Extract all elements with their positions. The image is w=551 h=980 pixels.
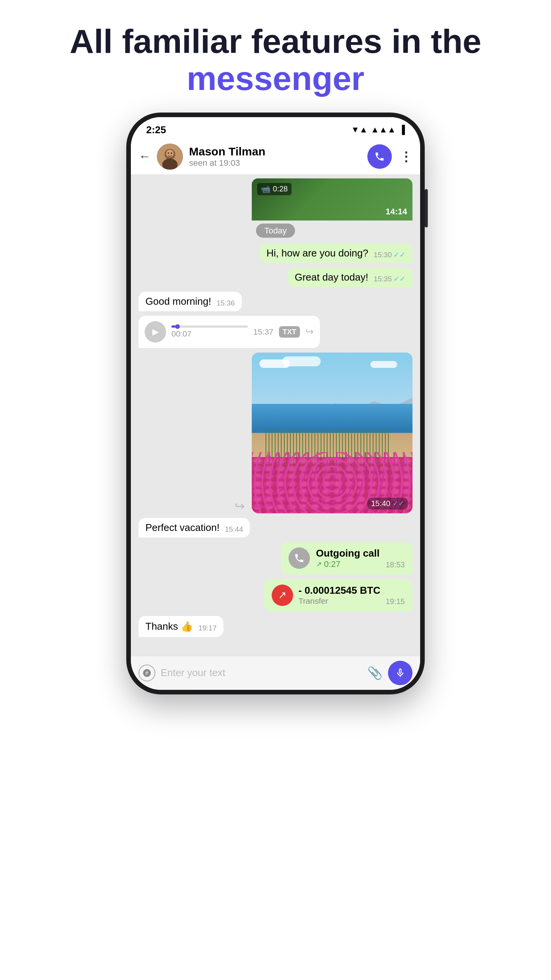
bubble-time-vacation: 15:44 — [225, 525, 243, 534]
image-time: 15:40 — [371, 499, 390, 508]
bubble-sent-2: Great day today! 15:35 ✓✓ — [288, 268, 412, 287]
btc-bubble: ↗ - 0.00012545 BTC Transfer 19:15 — [264, 579, 412, 611]
share-icon-left[interactable]: ↪ — [235, 499, 245, 513]
phone-side-button — [425, 189, 428, 227]
call-button[interactable] — [367, 144, 392, 169]
thanks-time: 19:17 — [199, 624, 217, 632]
thanks-text: Thanks 👍 — [145, 621, 193, 632]
btc-info: - 0.00012545 BTC Transfer — [298, 585, 380, 606]
share-icon[interactable]: ↪ — [305, 326, 314, 338]
status-icons: ▼▲ ▲▲▲ ▐ — [351, 125, 405, 135]
contact-info: Mason Tilman seen at 19:03 — [189, 145, 361, 168]
bubble-content-1: Hi, how are you doing? 15:30 ✓✓ — [267, 247, 406, 259]
message-row-call: Outgoing call ↗ 0:27 18:53 — [139, 542, 412, 575]
call-duration-val: 0:27 — [324, 559, 341, 569]
contact-name: Mason Tilman — [189, 145, 361, 158]
txt-badge[interactable]: TXT — [279, 326, 300, 338]
video-icon: 📹 0:28 — [257, 183, 292, 195]
bubble-text-1: Hi, how are you doing? — [267, 247, 368, 259]
message-row-image: ↪ — [139, 353, 412, 513]
bubble-check-2: ✓✓ — [393, 274, 406, 283]
image-time-overlay: 15:40 ✓✓ — [367, 498, 408, 510]
btc-input-icon[interactable] — [139, 665, 155, 681]
phone-screen: 2:25 ▼▲ ▲▲▲ ▐ ← — [131, 117, 420, 690]
back-button[interactable]: ← — [139, 149, 151, 163]
video-time: 14:14 — [386, 207, 407, 217]
page-header: All familiar features in the messenger — [62, 0, 489, 113]
headline-line1: All familiar features in the — [70, 23, 481, 60]
audio-bubble: ▶ 00:07 15:37 TXT — [139, 316, 320, 348]
status-time: 2:25 — [146, 124, 166, 136]
phone-wrapper: 2:25 ▼▲ ▲▲▲ ▐ ← — [126, 113, 425, 694]
chat-body: 📹 0:28 14:14 Today Hi, how are you d — [131, 175, 420, 656]
message-row-btc: ↗ - 0.00012545 BTC Transfer 19:15 — [139, 579, 412, 611]
btc-icon-circle: ↗ — [272, 585, 293, 606]
image-bubble: 15:40 ✓✓ — [252, 353, 412, 513]
message-row-received-1: Good morning! 15:36 — [139, 292, 412, 311]
video-duration: 0:28 — [273, 185, 288, 193]
bubble-text-2: Great day today! — [295, 271, 368, 283]
bubble-vacation: Perfect vacation! 15:44 — [139, 518, 250, 537]
call-icon-circle — [289, 547, 310, 569]
bubble-time-3: 15:36 — [217, 299, 235, 307]
bubble-time-1: 15:30 — [373, 251, 392, 259]
thanks-content: Thanks 👍 19:17 — [145, 621, 217, 632]
message-row-audio: ▶ 00:07 15:37 TXT — [139, 316, 412, 348]
cloud-2 — [282, 356, 321, 366]
bubble-check-1: ✓✓ — [393, 250, 406, 259]
bubble-content-2: Great day today! 15:35 ✓✓ — [295, 271, 406, 283]
btc-label: Transfer — [298, 596, 380, 606]
bubble-time-2: 15:35 — [373, 275, 392, 283]
bubble-content-vacation: Perfect vacation! 15:44 — [145, 522, 243, 534]
bubble-received-1: Good morning! 15:36 — [139, 292, 242, 311]
audio-wave-area: 00:07 — [171, 325, 248, 338]
headline-line2: messenger — [70, 60, 481, 97]
btc-amount: - 0.00012545 BTC — [298, 585, 380, 596]
bubble-text-vacation: Perfect vacation! — [145, 522, 220, 534]
phone-shell: 2:25 ▼▲ ▲▲▲ ▐ ← — [126, 113, 425, 694]
call-title: Outgoing call — [316, 547, 380, 559]
header-actions: ⋮ — [367, 144, 412, 169]
chat-header: ← — [131, 139, 420, 175]
bubble-sent-1: Hi, how are you doing? 15:30 ✓✓ — [260, 243, 413, 263]
svg-point-5 — [171, 152, 172, 154]
call-info: Outgoing call ↗ 0:27 — [316, 547, 380, 569]
call-time: 18:53 — [386, 560, 405, 569]
wifi-icon: ▼▲ — [351, 125, 368, 135]
date-divider: Today — [131, 226, 420, 236]
message-row-sent-1: Hi, how are you doing? 15:30 ✓✓ — [139, 243, 412, 263]
thanks-bubble: Thanks 👍 19:17 — [139, 616, 223, 637]
more-button[interactable]: ⋮ — [399, 149, 412, 164]
audio-progress-bar — [171, 325, 248, 328]
svg-point-4 — [168, 152, 169, 154]
btc-arrow-icon: ↗ — [278, 589, 287, 601]
beach-scene — [252, 353, 412, 513]
mic-button[interactable] — [388, 661, 412, 685]
message-row-sent-2: Great day today! 15:35 ✓✓ — [139, 268, 412, 287]
contact-status: seen at 19:03 — [189, 158, 361, 168]
text-input-placeholder[interactable]: Enter your text — [161, 667, 362, 679]
message-row-thanks: Thanks 👍 19:17 — [139, 616, 412, 637]
audio-dot — [175, 324, 180, 329]
page-container: All familiar features in the messenger 2… — [0, 0, 551, 694]
cloud-3 — [370, 361, 397, 368]
call-bubble: Outgoing call ↗ 0:27 18:53 — [281, 542, 412, 575]
video-thumbnail[interactable]: 📹 0:28 14:14 — [252, 178, 412, 220]
audio-meta: 00:07 — [171, 329, 248, 338]
battery-icon: ▐ — [399, 125, 405, 135]
avatar — [157, 144, 183, 170]
bubble-text-3: Good morning! — [145, 296, 211, 307]
status-bar: 2:25 ▼▲ ▲▲▲ ▐ — [131, 117, 420, 139]
play-button[interactable]: ▶ — [145, 321, 166, 343]
input-bar: Enter your text 📎 — [131, 656, 420, 690]
image-check: ✓✓ — [393, 499, 404, 508]
bubble-content-3: Good morning! 15:36 — [145, 296, 235, 307]
audio-time: 15:37 — [253, 327, 274, 336]
signal-icon: ▲▲▲ — [371, 125, 396, 135]
message-row-received-2: Perfect vacation! 15:44 — [139, 518, 412, 537]
avatar-image — [157, 144, 183, 170]
attachment-icon[interactable]: 📎 — [367, 666, 383, 680]
call-duration-row: ↗ 0:27 — [316, 559, 380, 569]
btc-time: 19:15 — [386, 597, 405, 606]
audio-duration: 00:07 — [171, 329, 192, 338]
